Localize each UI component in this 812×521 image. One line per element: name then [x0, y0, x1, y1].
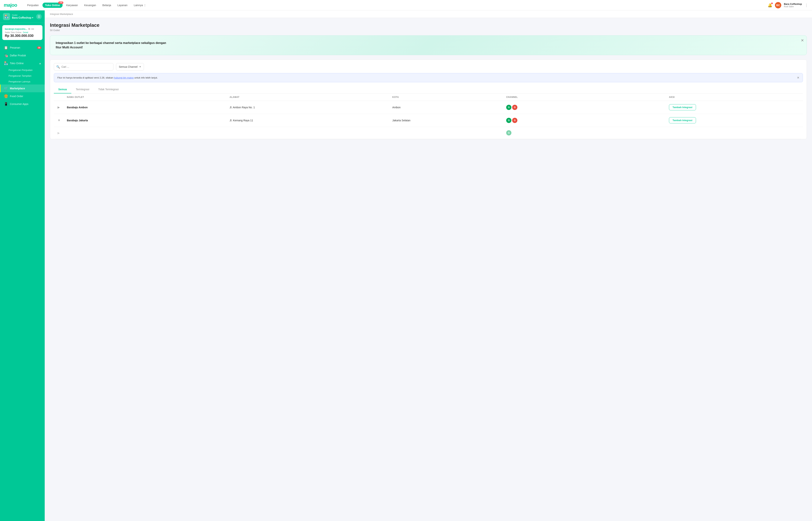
- sidebar-item-toko-online[interactable]: 🏪 Toko Online ▲: [0, 59, 45, 67]
- info-link[interactable]: hubungi tim majoo: [114, 76, 133, 79]
- store-more-icon[interactable]: •••: [31, 27, 34, 30]
- food-order-label: Food Order: [10, 95, 41, 98]
- outlet-city-jakarta: Jakarta Selatan: [392, 119, 506, 122]
- tabs-row: Semua Terintegrasi Tidak Terintegrasi: [54, 86, 803, 94]
- col-header-channel: CHANNEL: [506, 96, 669, 98]
- sidebar: 🏪 Outlet Bara Coffeshop ▾ ☰ barakopi.maj…: [0, 10, 45, 521]
- marketplace-icon: 🛒: [4, 86, 8, 90]
- outlet-address-ambon: Jl. Ambon Raya No. 1: [230, 106, 392, 109]
- promo-close-button[interactable]: ✕: [801, 38, 804, 43]
- row-collapse-icon[interactable]: ▼: [58, 119, 67, 122]
- lainnya-more-icon: ⋮: [144, 4, 146, 7]
- gojek-icon: G: [506, 105, 511, 110]
- produk-icon: 🛍️: [4, 53, 8, 58]
- search-box[interactable]: 🔍: [54, 63, 113, 70]
- nav-badge: +99: [58, 1, 63, 4]
- food-order-icon: 🍔: [4, 94, 8, 98]
- nav-item-belanja[interactable]: Belanja: [100, 3, 114, 8]
- grab-icon-2: G: [512, 118, 517, 123]
- sidebar-item-marketplace[interactable]: 🛒 Marketplace: [0, 85, 45, 92]
- channel-select[interactable]: Semua Channel ▼: [116, 63, 144, 70]
- sidebar-item-food-order[interactable]: 🍔 Food Order: [0, 92, 45, 100]
- nav-right: 🔔 BC Bara Coffeshop Rudi Salim ⋮: [768, 2, 808, 8]
- outlet-city-ambon: Ambon: [392, 106, 506, 109]
- sidebar-item-pesanan[interactable]: 📋 Pesanan 99: [0, 44, 45, 51]
- col-header-alamat: ALAMAT: [230, 96, 392, 98]
- outlet-text: Outlet Bara Coffeshop ▾: [12, 14, 34, 19]
- table-row: ▼ Barabaju Jakarta Jl. Kemang Raya 11 Ja…: [54, 114, 803, 127]
- nav-item-karyawan[interactable]: Karyawan: [64, 3, 81, 8]
- notification-bell[interactable]: 🔔: [768, 3, 772, 7]
- consumer-apps-label: Consumer Apps: [10, 103, 41, 106]
- channel-select-label: Semua Channel: [119, 65, 137, 68]
- main-content: Integrasi Marketplace Integrasi Marketpl…: [45, 10, 812, 521]
- store-card: barakopi.majoosho... ⧉ ••• Saldo Toko On…: [2, 25, 42, 40]
- gojek-icon-2: G: [506, 118, 511, 123]
- sidebar-sub-pengaturan-lainnya[interactable]: Pengaturan Lainnya: [0, 79, 45, 85]
- breadcrumb: Integrasi Marketplace: [45, 10, 812, 18]
- outlet-label: Outlet: [12, 14, 34, 16]
- outlet-name-barabaju-ambon: Barabaju Ambon: [67, 106, 230, 109]
- outlet-chevron-icon: ▾: [32, 16, 33, 19]
- search-filter-row: 🔍 Semua Channel ▼: [54, 63, 803, 70]
- user-info: Bara Coffeshop Rudi Salim: [784, 3, 802, 8]
- search-icon: 🔍: [56, 65, 60, 69]
- channel-icons-3: G: [506, 130, 669, 135]
- sidebar-nav: 📋 Pesanan 99 🛍️ Daftar Produk 🏪 Toko Onl…: [0, 42, 45, 109]
- pesanan-badge: 99: [37, 47, 41, 49]
- outlet-menu-button[interactable]: ☰: [36, 14, 42, 19]
- col-header-expand: [58, 96, 67, 98]
- tab-semua[interactable]: Semua: [54, 86, 71, 93]
- grab-icon: G: [512, 105, 517, 110]
- add-integration-button-jakarta[interactable]: Tambah Integrasi: [669, 117, 696, 123]
- copy-icon[interactable]: ⧉: [28, 27, 30, 30]
- table-container: NAMA OUTLET ALAMAT KOTA CHANNEL AKSI ▶ B…: [54, 94, 803, 139]
- nav-item-layanan[interactable]: Layanan: [115, 3, 130, 8]
- promo-text: Integrasikan 1 outlet ke berbagai channe…: [56, 41, 167, 50]
- gojek-icon-3: G: [506, 130, 511, 135]
- logo: majoo: [4, 2, 17, 8]
- info-close-button[interactable]: ✕: [797, 76, 799, 80]
- outlet-icon: 🏪: [3, 13, 10, 20]
- sidebar-item-daftar-produk[interactable]: 🛍️ Daftar Produk: [0, 51, 45, 59]
- promo-banner: Integrasikan 1 outlet ke berbagai channe…: [50, 36, 807, 55]
- outlet-address-jakarta: Jl. Kemang Raya 11: [230, 119, 392, 122]
- col-header-kota: KOTA: [392, 96, 506, 98]
- detail-link[interactable]: Detail: [23, 31, 28, 33]
- nav-item-penjualan[interactable]: Penjualan: [25, 3, 41, 8]
- nav-item-toko-online[interactable]: Toko Online +99: [42, 3, 63, 8]
- row-expand-icon[interactable]: ▶: [58, 106, 67, 109]
- nav-item-lainnya[interactable]: Lainnya ⋮: [131, 3, 149, 8]
- pesanan-icon: 📋: [4, 46, 8, 50]
- user-more-icon[interactable]: ⋮: [805, 3, 808, 7]
- table-row-partial: ▶ G: [54, 127, 803, 139]
- tab-tidak-terintegrasi[interactable]: Tidak Terintegrasi: [94, 86, 123, 93]
- row-expand-icon-3[interactable]: ▶: [58, 131, 67, 135]
- page-content: Integrasi Marketplace 50 Outlet Integras…: [45, 18, 812, 144]
- sidebar-item-consumer-apps[interactable]: 📱 Consumer Apps: [0, 100, 45, 108]
- col-header-nama-outlet: NAMA OUTLET: [67, 96, 230, 98]
- sidebar-sub-pengaturan-penjualan[interactable]: Pengaturan Penjualan: [0, 67, 45, 73]
- nav-item-keuangan[interactable]: Keuangan: [82, 3, 99, 8]
- table-header: NAMA OUTLET ALAMAT KOTA CHANNEL AKSI: [54, 94, 803, 101]
- search-input[interactable]: [62, 65, 111, 68]
- action-cell-ambon: Tambah Integrasi: [669, 104, 799, 110]
- outlet-name-barabaju-jakarta: Barabaju Jakarta: [67, 119, 230, 122]
- info-banner: Fitur ini hanya tersedia di aplikasi ver…: [54, 73, 803, 82]
- top-nav: majoo Penjualan Toko Online +99 Karyawan…: [0, 0, 812, 10]
- sidebar-sub-pengaturan-tampilan[interactable]: Pengaturan Tampilan: [0, 73, 45, 79]
- toko-online-chevron: ▲: [39, 62, 41, 65]
- marketplace-label: Marketplace: [10, 87, 41, 90]
- user-name: Bara Coffeshop: [784, 3, 802, 5]
- action-cell-jakarta: Tambah Integrasi: [669, 117, 799, 123]
- add-integration-button-ambon[interactable]: Tambah Integrasi: [669, 104, 696, 110]
- tab-terintegrasi[interactable]: Terintegrasi: [71, 86, 94, 93]
- pesanan-label: Pesanan: [10, 46, 35, 49]
- store-url: barakopi.majoosho...: [5, 28, 27, 30]
- outlet-section[interactable]: 🏪 Outlet Bara Coffeshop ▾ ☰: [0, 10, 45, 23]
- balance-label-row: Saldo Toko Online Detail: [5, 31, 40, 33]
- channel-icons-jakarta: G G: [506, 118, 669, 123]
- content-panel: 🔍 Semua Channel ▼ Fitur ini hanya tersed…: [50, 60, 807, 139]
- consumer-apps-icon: 📱: [4, 102, 8, 106]
- nav-links: Penjualan Toko Online +99 Karyawan Keuan…: [25, 3, 762, 8]
